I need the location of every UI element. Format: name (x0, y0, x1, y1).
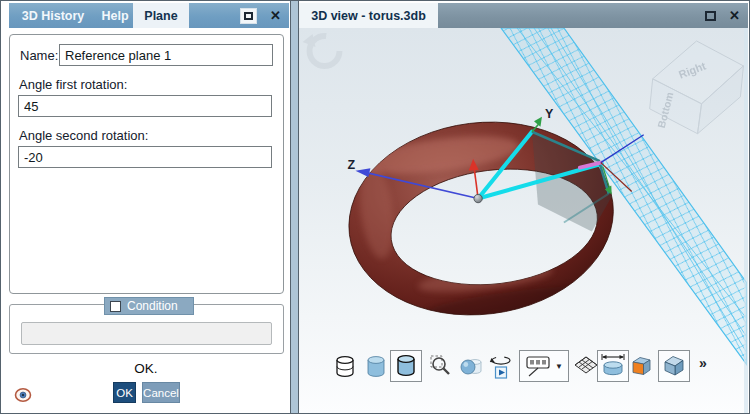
ok-button[interactable]: OK (113, 382, 136, 403)
condition-value-input (21, 322, 272, 345)
y-axis: Y (532, 107, 554, 132)
right-titlebar: 3D view - torus.3db ✕ (299, 3, 748, 28)
shaded-cylinder-icon[interactable] (364, 354, 388, 380)
visibility-eye-icon[interactable] (14, 386, 34, 404)
tab-help[interactable]: Help (97, 3, 133, 28)
status-text: OK. (1, 361, 291, 376)
cancel-button[interactable]: Cancel (142, 382, 180, 403)
name-label: Name: (20, 48, 58, 63)
view-cube[interactable]: Right Bottom (650, 41, 744, 134)
angle-first-input[interactable] (18, 95, 272, 117)
angle-first-label: Angle first rotation: (19, 77, 127, 92)
z-axis-arrow (355, 168, 370, 177)
left-window-buttons: ✕ (240, 3, 289, 28)
3d-view-panel: 3D view - torus.3db ✕ (299, 1, 749, 414)
plane-dialog-panel: 3D History Help Plane ✕ Name: Angle firs… (1, 1, 290, 414)
z-axis-label: Z (347, 158, 355, 172)
solid-cube-icon[interactable] (658, 350, 690, 382)
close-icon[interactable]: ✕ (270, 9, 281, 22)
tab-3d-history[interactable]: 3D History (9, 3, 97, 28)
viewport-edge-strip (744, 28, 748, 414)
left-titlebar: 3D History Help Plane ✕ (9, 3, 289, 28)
tab-3d-view[interactable]: 3D view - torus.3db (299, 3, 438, 28)
rotate-watermark-icon (303, 34, 340, 66)
condition-toggle[interactable]: Condition (104, 297, 194, 315)
condition-label: Condition (127, 299, 178, 313)
orange-face-box-icon[interactable] (629, 354, 653, 380)
maximize-icon (244, 12, 253, 20)
maximize-button[interactable] (240, 8, 257, 24)
right-window-buttons: ✕ (705, 3, 748, 28)
origin-point (474, 194, 482, 202)
dropdown-arrow-icon[interactable]: ▼ (555, 362, 563, 371)
close-icon[interactable]: ✕ (729, 9, 740, 22)
zoom-region-icon[interactable] (429, 354, 453, 380)
view-toolbar: ▼ (299, 350, 748, 384)
plane-parameters-groupbox: Name: Angle first rotation: Angle second… (9, 34, 284, 294)
name-input[interactable] (59, 44, 273, 66)
angle-second-label: Angle second rotation: (19, 128, 148, 143)
condition-checkbox[interactable] (110, 301, 121, 312)
wireframe-cylinder-icon[interactable] (333, 354, 357, 380)
annotation-dropdown-icon[interactable]: ▼ (519, 350, 569, 382)
shaded-outline-cylinder-icon[interactable] (390, 350, 422, 382)
y-axis-label: Y (545, 107, 554, 121)
more-tools-chevron[interactable]: » (699, 355, 707, 371)
3d-viewport[interactable]: Right Bottom (299, 28, 748, 414)
application-window: 3D History Help Plane ✕ Name: Angle firs… (0, 0, 750, 414)
mesh-render-icon[interactable] (574, 354, 598, 380)
tab-plane[interactable]: Plane (133, 3, 189, 28)
measure-diameter-icon[interactable] (597, 350, 629, 382)
panel-divider[interactable] (290, 1, 299, 414)
angle-second-input[interactable] (18, 146, 272, 168)
maximize-icon[interactable] (705, 11, 716, 21)
orbit-animation-icon[interactable] (489, 354, 513, 380)
transparency-sphere-icon[interactable] (459, 354, 483, 380)
